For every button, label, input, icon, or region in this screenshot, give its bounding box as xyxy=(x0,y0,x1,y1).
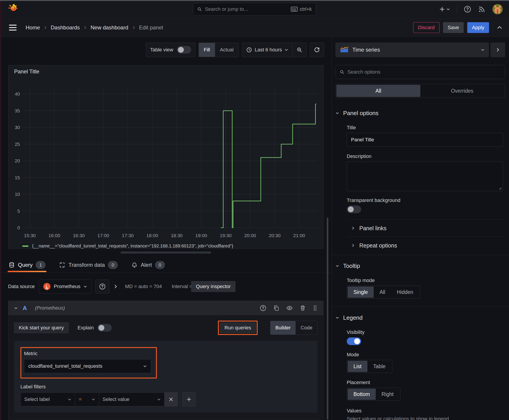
section-panel-options[interactable]: Panel options xyxy=(335,106,505,120)
breadcrumb: Home Dashboards New dashboard Edit panel xyxy=(26,24,163,31)
panel-editor-main: Table view Fill Actual Last 6 hours xyxy=(0,37,332,420)
explain-toggle[interactable] xyxy=(97,324,112,332)
section-tooltip[interactable]: Tooltip xyxy=(335,259,505,273)
panel-resize-handle[interactable] xyxy=(121,252,211,254)
datasource-help-button[interactable] xyxy=(95,279,109,293)
delete-query-icon[interactable] xyxy=(300,305,306,311)
expand-options-icon[interactable] xyxy=(113,284,118,289)
tab-query[interactable]: Query 1 xyxy=(8,258,46,273)
description-textarea[interactable] xyxy=(347,162,503,191)
discard-button[interactable]: Discard xyxy=(413,22,440,33)
main-scrollbar[interactable] xyxy=(327,218,328,420)
chart-legend[interactable]: {__name__="cloudflared_tunnel_total_requ… xyxy=(22,243,323,249)
legend-mode-list[interactable]: List xyxy=(348,361,367,372)
query-count-badge: 1 xyxy=(36,261,46,269)
user-avatar[interactable] xyxy=(492,4,503,14)
breadcrumb-home[interactable]: Home xyxy=(26,24,40,31)
query-help-icon[interactable] xyxy=(260,305,266,311)
metric-value: cloudflared_tunnel_total_requests xyxy=(28,363,102,369)
table-view-toggle[interactable] xyxy=(177,46,191,54)
search-icon xyxy=(197,7,202,11)
select-label-dropdown[interactable]: Select label xyxy=(20,392,75,406)
grafana-logo[interactable] xyxy=(7,3,19,15)
actual-option[interactable]: Actual xyxy=(215,43,239,57)
select-value-dropdown[interactable]: Select value xyxy=(99,392,165,406)
alert-count-badge: 0 xyxy=(155,261,165,269)
legend-placement-switch: Bottom Right xyxy=(347,388,400,401)
svg-text:35: 35 xyxy=(15,108,20,113)
section-legend[interactable]: Legend xyxy=(335,310,505,325)
add-filter-button[interactable] xyxy=(182,392,196,406)
transparent-bg-label: Transparent background xyxy=(347,197,505,203)
query-section: Data source Prometheus MD = auto = 704 xyxy=(0,273,332,420)
section-repeat-options[interactable]: Repeat options xyxy=(335,237,505,254)
panel-title-input[interactable] xyxy=(347,133,503,147)
datasource-picker[interactable]: Prometheus xyxy=(39,279,91,293)
filter-all[interactable]: All xyxy=(336,85,420,97)
breadcrumb-edit-panel: Edit panel xyxy=(139,24,163,31)
legend-series-label: {__name__="cloudflared_tunnel_total_requ… xyxy=(32,243,233,249)
visibility-label: Visibility xyxy=(347,329,505,335)
legend-placement-bottom[interactable]: Bottom xyxy=(348,389,376,400)
query-options-summary[interactable]: MD = auto = 704 Interval = 30s xyxy=(125,284,202,289)
collapse-header-button[interactable] xyxy=(496,24,503,31)
metric-select[interactable]: cloudflared_tunnel_total_requests xyxy=(24,359,151,373)
kick-start-query-button[interactable]: Kick start your query xyxy=(14,322,69,333)
query-ref-id: A xyxy=(23,305,27,312)
clock-icon xyxy=(246,47,252,53)
news-feed-icon[interactable] xyxy=(478,5,486,13)
builder-option[interactable]: Builder xyxy=(270,321,296,335)
options-search-input[interactable] xyxy=(347,69,501,75)
global-search[interactable]: ctrl+k xyxy=(193,3,316,15)
time-range-picker[interactable]: Last 6 hours xyxy=(242,43,292,57)
transparent-bg-toggle[interactable] xyxy=(347,205,361,213)
svg-text:20:30: 20:30 xyxy=(269,233,281,238)
menu-toggle-icon[interactable] xyxy=(9,25,17,30)
legend-visibility-toggle[interactable] xyxy=(347,338,361,345)
panel-title[interactable]: Panel Title xyxy=(8,65,323,77)
query-row-header[interactable]: A (Prometheus) xyxy=(8,301,323,315)
zoom-out-button[interactable] xyxy=(292,43,306,57)
refresh-button[interactable] xyxy=(310,43,324,57)
datasource-label: Data source xyxy=(8,284,35,289)
options-search[interactable] xyxy=(335,65,505,79)
remove-filter-button[interactable] xyxy=(165,392,177,406)
query-inspector-button[interactable]: Query inspector xyxy=(191,281,236,292)
run-queries-button[interactable]: Run queries xyxy=(220,322,256,333)
hide-response-eye-icon[interactable] xyxy=(286,305,293,311)
legend-values-help: Select values or calculations to show in… xyxy=(347,416,505,420)
svg-text:40: 40 xyxy=(15,91,20,97)
tab-alert[interactable]: Alert 0 xyxy=(131,258,165,273)
drag-handle-icon[interactable] xyxy=(313,305,318,311)
fill-actual-switch: Fill Actual xyxy=(199,43,239,57)
filter-overrides[interactable]: Overrides xyxy=(420,85,504,97)
breadcrumb-new-dashboard[interactable]: New dashboard xyxy=(91,24,128,31)
svg-text:20: 20 xyxy=(15,158,20,163)
tooltip-single[interactable]: Single xyxy=(348,286,374,298)
collapse-sidebar-button[interactable] xyxy=(491,43,505,57)
fill-option[interactable]: Fill xyxy=(199,43,215,57)
tooltip-all[interactable]: All xyxy=(374,286,391,298)
svg-text:19:30: 19:30 xyxy=(220,233,232,238)
section-panel-links[interactable]: Panel links xyxy=(335,220,505,237)
tooltip-hidden[interactable]: Hidden xyxy=(391,286,419,298)
add-menu-button[interactable] xyxy=(439,6,450,12)
code-option[interactable]: Code xyxy=(296,321,317,335)
search-input[interactable] xyxy=(205,6,288,12)
time-range-label: Last 6 hours xyxy=(255,47,282,53)
save-button[interactable]: Save xyxy=(443,22,464,33)
apply-button[interactable]: Apply xyxy=(467,22,489,33)
datasource-name: Prometheus xyxy=(54,284,81,289)
operator-dropdown[interactable]: = xyxy=(75,392,99,406)
duplicate-query-icon[interactable] xyxy=(273,305,279,311)
tab-transform[interactable]: Transform data 0 xyxy=(59,258,118,273)
svg-text:25: 25 xyxy=(15,142,20,147)
svg-text:16:30: 16:30 xyxy=(73,233,85,238)
visualization-picker[interactable]: Time series xyxy=(335,43,489,57)
breadcrumb-dashboards[interactable]: Dashboards xyxy=(51,24,80,31)
legend-placement-label: Placement xyxy=(347,380,505,385)
help-button[interactable] xyxy=(464,5,471,13)
legend-placement-right[interactable]: Right xyxy=(376,389,400,400)
section-divider xyxy=(332,307,509,307)
legend-mode-table[interactable]: Table xyxy=(367,361,391,372)
